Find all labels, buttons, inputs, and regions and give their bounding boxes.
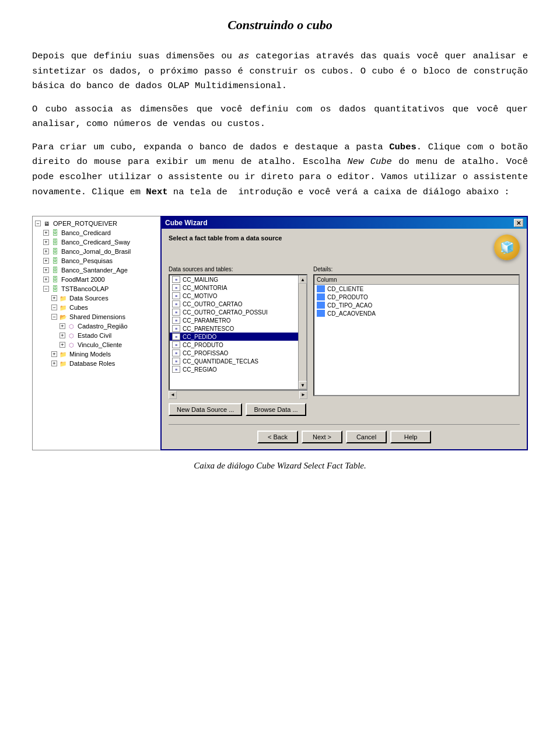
scroll-down-arrow[interactable]: ▼ xyxy=(299,381,307,389)
table-entry-cc-motivo[interactable]: ≡ CC_MOTIVO xyxy=(170,292,298,300)
table-entry-cc-regiao[interactable]: ≡ CC_REGIAO xyxy=(170,365,298,373)
expander-bcs[interactable]: + xyxy=(43,239,49,245)
figure-caption: Caixa de diálogo Cube Wizard Select Fact… xyxy=(32,461,528,471)
table-entry-cc-profissao[interactable]: ≡ CC_PROFISSAO xyxy=(170,349,298,357)
tree-item-fm[interactable]: + 🗄 FoodMart 2000 xyxy=(33,275,160,284)
expander-fm[interactable]: + xyxy=(43,277,49,282)
detail-icon xyxy=(317,310,325,317)
tree-label-bp: Banco_Pesquisas xyxy=(61,257,113,264)
tree-item-tst[interactable]: − 🗄 TSTBancoOLAP xyxy=(33,284,160,293)
expander-oper[interactable]: − xyxy=(35,221,41,226)
table-entry-cc-qtd-teclas[interactable]: ≡ CC_QUANTIDADE_TECLAS xyxy=(170,357,298,365)
tree-item-cubes[interactable]: − 📁 Cubes xyxy=(33,303,160,312)
dim-icon-cr: ⬡ xyxy=(66,322,76,330)
tree-item-ds[interactable]: + 📁 Data Sources xyxy=(33,293,160,303)
tree-item-vc[interactable]: + ⬡ Vinculo_Cliente xyxy=(33,340,160,349)
body-text: Depois que definiu suas dimensões ou as … xyxy=(32,49,528,200)
folder-icon-dr: 📁 xyxy=(58,359,68,368)
expander-bp[interactable]: + xyxy=(43,258,49,264)
detail-icon xyxy=(317,302,325,309)
expander-ec[interactable]: + xyxy=(60,333,65,338)
tree-item-dr[interactable]: + 📁 Database Roles xyxy=(33,359,160,368)
scroll-right-arrow[interactable]: ► xyxy=(299,391,307,399)
detail-cd-cliente: CD_CLIENTE xyxy=(314,285,519,293)
tables-list[interactable]: ≡ CC_MAILING ≡ CC_MONITORIA ≡ CC_MOTIVO xyxy=(170,275,298,389)
details-list: Column CD_CLIENTE CD_PRODUTO xyxy=(313,274,520,396)
table-entry-cc-mailing[interactable]: ≡ CC_MAILING xyxy=(170,275,298,284)
db-icon-tst: 🗄 xyxy=(50,285,60,293)
right-panel-label: Details: xyxy=(313,266,520,272)
table-icon: ≡ xyxy=(172,333,180,340)
expander-bjb[interactable]: + xyxy=(43,249,49,254)
detail-cd-produto: CD_PRODUTO xyxy=(314,293,519,301)
table-icon: ≡ xyxy=(172,366,180,373)
expander-bc[interactable]: + xyxy=(43,230,49,236)
table-icon: ≡ xyxy=(172,341,180,348)
tree-item-bjb[interactable]: + 🗄 Banco_Jornal_do_Brasil xyxy=(33,247,160,256)
scroll-left-arrow[interactable]: ◄ xyxy=(169,391,177,399)
table-entry-cc-parametro[interactable]: ≡ CC_PARAMETRO xyxy=(170,316,298,324)
tree-item-bsa[interactable]: + 🗄 Banco_Santander_Age xyxy=(33,265,160,275)
db-icon-bjb: 🗄 xyxy=(50,247,60,256)
tree-label-vc: Vinculo_Cliente xyxy=(78,341,122,348)
detail-icon xyxy=(317,293,325,300)
tree-label-tst: TSTBancoOLAP xyxy=(61,285,108,292)
dialog-subtitle: Select a fact table from a data source xyxy=(169,235,282,242)
screenshot-area: − 🖥 OPER_ROTQUEIVER + 🗄 Banco_Credicard … xyxy=(32,216,528,450)
expander-dr[interactable]: + xyxy=(51,361,57,366)
dialog-close-button[interactable]: ✕ xyxy=(514,219,523,227)
tree-label-cr: Cadastro_Região xyxy=(78,323,128,330)
tree-label-ds: Data Sources xyxy=(69,295,108,302)
expander-cr[interactable]: + xyxy=(60,323,65,329)
tree-item-ec[interactable]: + ⬡ Estado Civil xyxy=(33,331,160,340)
expander-tst[interactable]: − xyxy=(43,286,49,292)
dim-icon-ec: ⬡ xyxy=(66,331,76,340)
tree-item-mm[interactable]: + 📁 Mining Models xyxy=(33,349,160,359)
expander-cubes[interactable]: − xyxy=(51,305,57,310)
help-button[interactable]: Help xyxy=(390,431,431,443)
tree-label-mm: Mining Models xyxy=(69,351,111,358)
browse-data-button[interactable]: Browse Data ... xyxy=(246,403,306,416)
detail-cd-acaovenda: CD_ACAOVENDA xyxy=(314,309,519,317)
expander-vc[interactable]: + xyxy=(60,342,65,348)
db-icon-bc: 🗄 xyxy=(50,229,60,237)
page-title: Construindo o cubo xyxy=(32,18,528,33)
tree-item-bp[interactable]: + 🗄 Banco_Pesquisas xyxy=(33,256,160,265)
table-icon: ≡ xyxy=(172,284,180,291)
expander-ds[interactable]: + xyxy=(51,295,57,301)
expander-shared[interactable]: − xyxy=(51,314,57,320)
table-entry-cc-outro-cartao[interactable]: ≡ CC_OUTRO_CARTAO xyxy=(170,300,298,308)
table-icon: ≡ xyxy=(172,300,180,307)
dim-icon-vc: ⬡ xyxy=(66,341,76,349)
page: Construindo o cubo Depois que definiu su… xyxy=(0,0,560,494)
left-scroll-h[interactable]: ◄ ► xyxy=(169,390,307,398)
tree-item-shared[interactable]: − 📂 Shared Dimensions xyxy=(33,312,160,321)
new-data-source-button[interactable]: New Data Source ... xyxy=(169,403,242,416)
table-entry-cc-parentesco[interactable]: ≡ CC_PARENTESCO xyxy=(170,324,298,333)
table-entry-cc-outro-cartao-p[interactable]: ≡ CC_OUTRO_CARTAO_POSSUI xyxy=(170,308,298,316)
back-button[interactable]: < Back xyxy=(257,431,298,443)
expander-bsa[interactable]: + xyxy=(43,267,49,273)
folder-icon-ds: 📁 xyxy=(58,294,68,302)
folder-icon-shared: 📂 xyxy=(58,313,68,321)
tree-item-bc[interactable]: + 🗄 Banco_Credicard xyxy=(33,228,160,237)
table-entry-cc-produto[interactable]: ≡ CC_PRODUTO xyxy=(170,341,298,349)
folder-icon-mm: 📁 xyxy=(58,350,68,358)
table-icon: ≡ xyxy=(172,358,180,365)
right-panel: Details: Column CD_CLIENTE CD_PRODUTO xyxy=(313,266,520,398)
table-icon: ≡ xyxy=(172,292,180,299)
scroll-up-arrow[interactable]: ▲ xyxy=(299,275,307,284)
cancel-button[interactable]: Cancel xyxy=(346,431,387,443)
tree-label-dr: Database Roles xyxy=(69,360,115,367)
table-entry-cc-pedido[interactable]: ≡ CC_PEDIDO xyxy=(170,333,298,341)
expander-mm[interactable]: + xyxy=(51,351,57,357)
paragraph-1: Depois que definiu suas dimensões ou as … xyxy=(32,49,528,94)
tree-item-cr[interactable]: + ⬡ Cadastro_Região xyxy=(33,321,160,331)
next-button[interactable]: Next > xyxy=(302,431,342,443)
tree-item-bcs[interactable]: + 🗄 Banco_Credicard_Sway xyxy=(33,237,160,247)
cube-wizard-dialog: Cube Wizard ✕ Select a fact table from a… xyxy=(160,216,528,450)
db-icon-bcs: 🗄 xyxy=(50,238,60,246)
tree-label-bcs: Banco_Credicard_Sway xyxy=(61,239,130,246)
tree-item-oper[interactable]: − 🖥 OPER_ROTQUEIVER xyxy=(33,219,160,228)
table-entry-cc-monitoria[interactable]: ≡ CC_MONITORIA xyxy=(170,284,298,292)
